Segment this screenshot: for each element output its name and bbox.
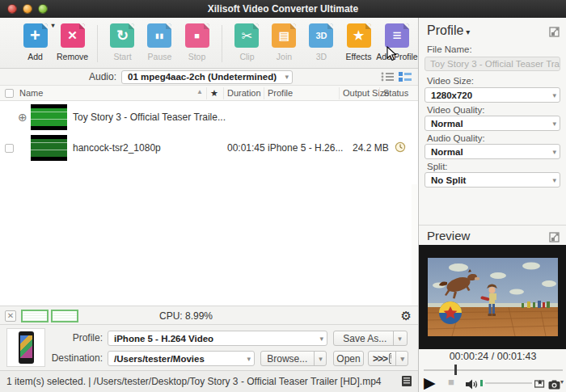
snapshot-dropdown-icon[interactable]: ▾ bbox=[560, 378, 564, 386]
preview-screen bbox=[419, 245, 566, 349]
add-profile-label: Add Profile bbox=[376, 52, 417, 61]
profile-section-title[interactable]: Profile▾ bbox=[427, 23, 470, 38]
audio-quality-label: Audio Quality: bbox=[427, 133, 485, 143]
destination-label: Destination: bbox=[49, 352, 103, 364]
join-button[interactable]: ▤ Join bbox=[267, 23, 302, 61]
video-size-label: Video Size: bbox=[427, 76, 474, 86]
file-duration: 00:01:45 bbox=[227, 142, 265, 154]
browse-button[interactable]: Browse... ▾ bbox=[260, 351, 327, 366]
gear-icon[interactable]: ⚙ bbox=[401, 309, 412, 323]
split-label: Split: bbox=[427, 162, 448, 171]
chevron-down-icon: ▾ bbox=[552, 91, 556, 99]
minimize-window-button[interactable] bbox=[23, 4, 32, 14]
remove-button[interactable]: ✕ Remove bbox=[55, 23, 90, 61]
split-select[interactable]: No Split▾ bbox=[424, 172, 560, 188]
chevron-down-icon: ▾ bbox=[285, 73, 289, 81]
window-title: Xilisoft Video Converter Ultimate bbox=[0, 3, 566, 15]
volume-icon[interactable] bbox=[466, 378, 479, 392]
row-checkbox[interactable] bbox=[5, 144, 14, 153]
chevron-down-icon: ▾ bbox=[466, 27, 470, 36]
zoom-window-button[interactable] bbox=[38, 4, 48, 14]
effects-label: Effects bbox=[346, 52, 372, 61]
pause-button[interactable]: ▮▮ Pause bbox=[142, 23, 177, 61]
close-window-button[interactable] bbox=[7, 4, 17, 14]
file-list: ⊕ Toy Story 3 - Official Teaser Traile..… bbox=[0, 101, 418, 306]
expand-preview-panel-icon[interactable] bbox=[549, 231, 560, 246]
column-header-duration[interactable]: Duration bbox=[227, 88, 261, 98]
stop-icon: ■ bbox=[185, 23, 209, 48]
stop-button[interactable]: ■ bbox=[448, 376, 454, 388]
destination-select[interactable]: /Users/tester/Movies ▾ bbox=[108, 351, 255, 366]
3d-button[interactable]: 3D 3D bbox=[304, 23, 339, 61]
video-size-select[interactable]: 1280x720▾ bbox=[424, 87, 560, 103]
remove-icon: ✕ bbox=[61, 23, 85, 48]
camera-snapshot-icon[interactable] bbox=[548, 378, 560, 392]
snapshot-manager-icon[interactable] bbox=[534, 378, 547, 392]
3d-icon: 3D bbox=[309, 23, 333, 48]
file-name-field: Toy Story 3 - Official Teaser Traile bbox=[424, 57, 560, 71]
join-label: Join bbox=[277, 52, 292, 61]
transfer-dropdown-icon[interactable]: ▾ bbox=[395, 352, 408, 365]
open-button[interactable]: Open bbox=[333, 351, 364, 366]
column-header-output-size[interactable]: Output Size bbox=[343, 88, 389, 98]
join-icon: ▤ bbox=[272, 23, 296, 48]
playback-time: 00:00:24 / 00:01:43 bbox=[419, 351, 566, 362]
stop-button[interactable]: ■ Stop bbox=[180, 23, 214, 61]
chevron-down-icon: ▾ bbox=[247, 355, 251, 363]
expand-row-icon[interactable]: ⊕ bbox=[18, 111, 27, 124]
toolbar-separator bbox=[222, 25, 222, 62]
start-label: Start bbox=[113, 52, 131, 61]
right-sidebar: Profile▾ File Name: Toy Story 3 - Offici… bbox=[418, 18, 566, 392]
pause-icon: ▮▮ bbox=[147, 23, 171, 48]
video-quality-select[interactable]: Normal▾ bbox=[424, 116, 560, 131]
effects-icon: ★ bbox=[347, 23, 371, 48]
chevron-down-icon: ▾ bbox=[552, 148, 556, 156]
save-as-dropdown-icon[interactable]: ▾ bbox=[393, 331, 406, 345]
seek-handle[interactable] bbox=[454, 365, 457, 375]
column-header-status[interactable]: Status bbox=[383, 88, 408, 98]
start-button[interactable]: ↻ Start bbox=[105, 23, 140, 61]
clip-icon: ✂ bbox=[234, 23, 259, 48]
play-button[interactable]: ▶ bbox=[424, 373, 436, 392]
thumbnail-view-icon[interactable] bbox=[399, 72, 412, 82]
chevron-down-icon: ▾ bbox=[552, 176, 556, 184]
effects-button[interactable]: ★ Effects bbox=[341, 23, 376, 61]
add-profile-button[interactable]: ≡ Add Profile bbox=[378, 23, 416, 61]
seek-track[interactable] bbox=[424, 369, 563, 371]
output-profile-select[interactable]: iPhone 5 - H.264 Video ▾ bbox=[108, 331, 327, 346]
playback-controls: ▶ ■ ▾ bbox=[419, 376, 566, 392]
sort-asc-icon[interactable]: ▲ bbox=[196, 88, 203, 95]
clip-button[interactable]: ✂ Clip bbox=[230, 23, 264, 61]
seek-slider[interactable] bbox=[424, 367, 563, 373]
column-header-profile[interactable]: Profile bbox=[268, 88, 293, 98]
browse-dropdown-icon[interactable]: ▾ bbox=[314, 352, 327, 365]
select-all-checkbox[interactable] bbox=[5, 89, 14, 98]
column-header-name[interactable]: Name bbox=[19, 88, 43, 98]
table-row[interactable]: ⊕ Toy Story 3 - Official Teaser Traile..… bbox=[0, 102, 412, 133]
favorite-column-icon[interactable]: ★ bbox=[210, 88, 218, 99]
expand-profile-panel-icon[interactable] bbox=[549, 26, 560, 40]
stop-label: Stop bbox=[188, 52, 206, 61]
save-as-button[interactable]: Save As... ▾ bbox=[333, 331, 408, 346]
table-row[interactable]: hancock-tsr2_1080p 00:01:45 iPhone 5 - H… bbox=[0, 133, 412, 163]
video-quality-label: Video Quality: bbox=[427, 105, 484, 115]
device-icon bbox=[389, 353, 391, 364]
add-button[interactable]: + ▾ Add bbox=[18, 23, 53, 61]
preview-section-title: Preview bbox=[427, 229, 470, 242]
mouse-cursor bbox=[386, 46, 397, 65]
add-dropdown-caret-icon: ▾ bbox=[51, 22, 54, 29]
audio-track-select[interactable]: 01 mpeg4aac-2ch (Undetermined) ▾ bbox=[121, 70, 293, 84]
profile-label: Profile: bbox=[49, 332, 103, 344]
audio-quality-select[interactable]: Normal▾ bbox=[424, 144, 560, 159]
log-list-icon[interactable] bbox=[400, 375, 413, 390]
transfer-to-device-button[interactable]: >>> ▾ bbox=[368, 351, 408, 366]
status-bar: 1 item(s) selected. | /Users/tester/Desk… bbox=[0, 370, 418, 392]
volume-slider[interactable] bbox=[485, 382, 532, 384]
file-name: hancock-tsr2_1080p bbox=[73, 142, 161, 154]
video-thumbnail bbox=[31, 135, 67, 161]
list-view-icon[interactable] bbox=[381, 72, 394, 82]
status-waiting-clock-icon bbox=[395, 141, 406, 156]
chevron-down-icon: ▾ bbox=[319, 335, 323, 343]
add-profile-icon: ≡ bbox=[385, 23, 409, 48]
status-text: 1 item(s) selected. | /Users/tester/Desk… bbox=[6, 376, 395, 387]
